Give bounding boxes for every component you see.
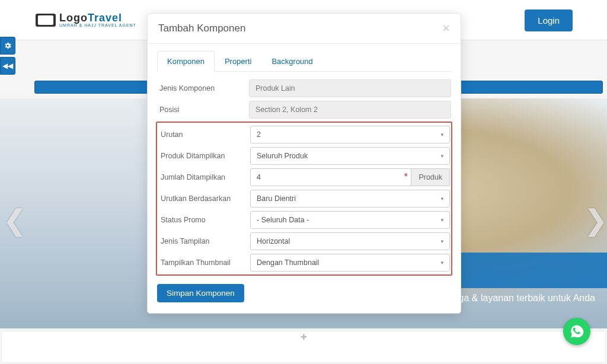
modal-title: Tambah Komponen (158, 23, 245, 34)
label-jumlah-ditampilkan: Jumlah Ditampilkan (158, 173, 250, 181)
row-jenis-komponen: Jenis Komponen Produk Lain (157, 78, 451, 99)
value-jenis-komponen: Produk Lain (249, 79, 451, 97)
row-jenis-tampilan: Jenis Tampilan Horizontal (158, 231, 450, 252)
save-component-button[interactable]: Simpan Komponen (157, 284, 244, 302)
row-urutan: Urutan 2 (158, 124, 450, 145)
label-produk-ditampilkan: Produk Ditampilkan (158, 152, 250, 160)
select-urutkan-berdasarkan[interactable]: Baru Dientri (250, 190, 450, 207)
tab-komponen[interactable]: Komponen (157, 51, 215, 72)
value-posisi: Section 2, Kolom 2 (249, 101, 451, 119)
add-component-modal: Tambah Komponen × Komponen Properti Back… (147, 13, 461, 314)
label-urutkan-berdasarkan: Urutkan Berdasarkan (158, 194, 250, 203)
row-status-promo: Status Promo - Seluruh Data - (158, 209, 450, 231)
row-posisi: Posisi Section 2, Kolom 2 (157, 99, 451, 120)
modal-header: Tambah Komponen × (148, 14, 461, 44)
select-jenis-tampilan[interactable]: Horizontal (250, 232, 450, 250)
label-posisi: Posisi (157, 106, 249, 114)
tab-background[interactable]: Background (261, 51, 322, 72)
close-icon[interactable]: × (442, 22, 450, 35)
label-tampilkan-thumbnail: Tampilkan Thumbnail (158, 258, 250, 267)
modal-body: Komponen Properti Background Jenis Kompo… (148, 44, 461, 313)
highlighted-fields: Urutan 2 Produk Ditampilkan Seluruh Prod… (156, 122, 452, 276)
label-status-promo: Status Promo (158, 216, 250, 224)
tab-properti[interactable]: Properti (215, 51, 262, 72)
select-status-promo[interactable]: - Seluruh Data - (250, 211, 450, 229)
addon-produk: Produk (411, 168, 450, 186)
input-jumlah-ditampilkan[interactable]: 4 * (250, 168, 411, 186)
label-jenis-tampilan: Jenis Tampilan (158, 237, 250, 245)
modal-backdrop: Tambah Komponen × Komponen Properti Back… (0, 0, 607, 364)
row-jumlah-ditampilkan: Jumlah Ditampilkan 4 * Produk (158, 167, 450, 188)
select-tampilkan-thumbnail[interactable]: Dengan Thumbnail (250, 254, 450, 272)
modal-tabs: Komponen Properti Background (157, 51, 451, 72)
select-urutan[interactable]: 2 (250, 126, 450, 143)
label-urutan: Urutan (158, 130, 250, 139)
row-produk-ditampilkan: Produk Ditampilkan Seluruh Produk (158, 145, 450, 167)
row-urutkan-berdasarkan: Urutkan Berdasarkan Baru Dientri (158, 188, 450, 209)
label-jenis-komponen: Jenis Komponen (157, 84, 249, 92)
select-produk-ditampilkan[interactable]: Seluruh Produk (250, 147, 450, 165)
row-tampilkan-thumbnail: Tampilkan Thumbnail Dengan Thumbnail (158, 252, 450, 273)
required-icon: * (404, 171, 407, 181)
